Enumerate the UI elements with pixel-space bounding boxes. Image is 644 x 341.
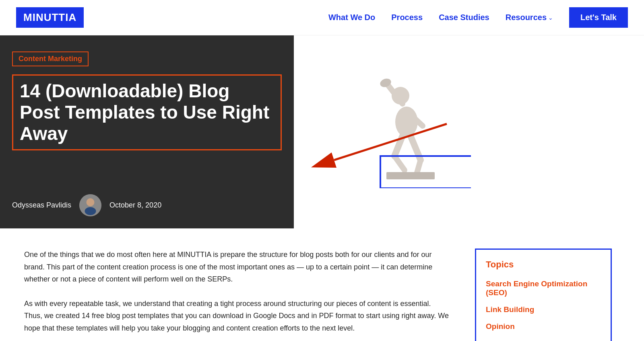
topic-link-link-building[interactable]: Link Building	[486, 305, 601, 314]
nav-resources-container: Resources ⌄	[506, 13, 553, 22]
hero-section: Content Marketing 14 (Downloadable) Blog…	[0, 35, 644, 228]
nav-case-studies[interactable]: Case Studies	[439, 13, 489, 22]
avatar	[79, 194, 101, 216]
main-nav: What We Do Process Case Studies Resource…	[328, 7, 628, 28]
nav-resources[interactable]: Resources	[506, 13, 547, 22]
author-name: Odysseas Pavlidis	[12, 201, 71, 210]
sidebar: Topics Search Engine Optimization (SEO) …	[475, 249, 612, 341]
nav-what-we-do[interactable]: What We Do	[328, 13, 375, 22]
topics-box: Topics Search Engine Optimization (SEO) …	[475, 249, 612, 341]
article-paragraph-1: One of the things that we do most often …	[24, 249, 451, 286]
logo[interactable]: MINUTTIA	[16, 7, 84, 28]
lets-talk-button[interactable]: Let's Talk	[569, 7, 628, 28]
svg-line-9	[394, 156, 405, 170]
topic-link-opinion[interactable]: Opinion	[486, 322, 601, 331]
hero-author-bar: Odysseas Pavlidis October 8, 2020	[12, 194, 282, 216]
svg-rect-12	[386, 172, 435, 179]
topics-title: Topics	[486, 259, 601, 270]
svg-line-8	[394, 136, 402, 156]
chevron-down-icon: ⌄	[548, 14, 553, 21]
hero-title-box: 14 (Downloadable) Blog Post Templates to…	[12, 74, 282, 150]
svg-point-2	[85, 207, 96, 215]
article-body: One of the things that we do most often …	[24, 249, 451, 341]
statue-svg	[342, 60, 471, 188]
avatar-image	[79, 194, 101, 216]
category-badge[interactable]: Content Marketing	[12, 51, 89, 66]
hero-right-panel	[294, 35, 644, 228]
nav-process[interactable]: Process	[391, 13, 423, 22]
post-date: October 8, 2020	[109, 201, 161, 210]
topic-link-seo[interactable]: Search Engine Optimization (SEO)	[486, 279, 601, 297]
hero-title: 14 (Downloadable) Blog Post Templates to…	[20, 80, 274, 144]
site-header: MINUTTIA What We Do Process Case Studies…	[0, 0, 644, 35]
svg-line-11	[417, 160, 421, 174]
svg-point-1	[87, 198, 95, 206]
hero-left-panel: Content Marketing 14 (Downloadable) Blog…	[0, 35, 294, 228]
content-section: One of the things that we do most often …	[0, 228, 644, 341]
article-paragraph-2: As with every repeatable task, we unders…	[24, 298, 451, 335]
statue-area	[342, 60, 471, 190]
